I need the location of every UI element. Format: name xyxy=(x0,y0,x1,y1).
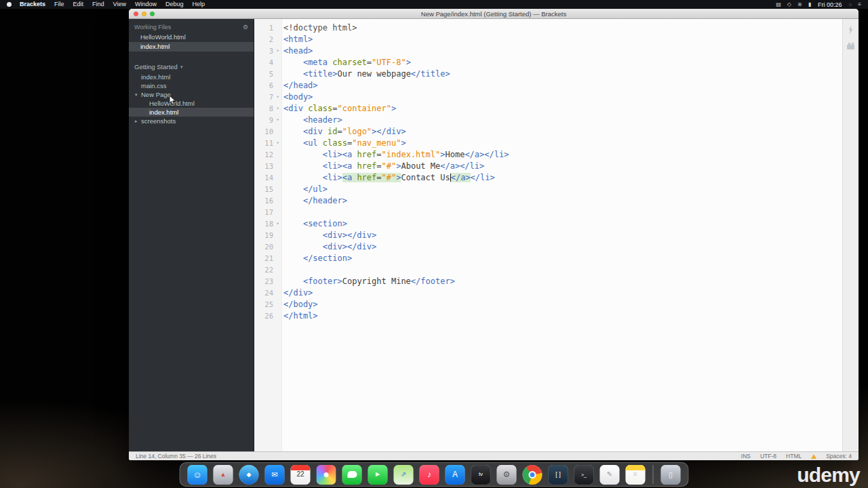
notes-glyph: ≡ xyxy=(633,471,637,478)
fold-arrow-icon[interactable]: ▾ xyxy=(273,45,282,57)
project-name: Getting Started xyxy=(134,63,178,70)
code-line[interactable]: 7▾<body> xyxy=(254,92,842,103)
dock-chrome-icon[interactable] xyxy=(523,465,542,485)
tree-item[interactable]: index.html xyxy=(129,73,254,81)
code-line[interactable]: 3▾<head> xyxy=(254,45,842,57)
code-line[interactable]: 23 <footer>Copyright Mine</footer> xyxy=(254,276,842,287)
code-line[interactable]: 14 <li><a href="#">Contact Us</a></li> xyxy=(254,172,842,184)
code-line[interactable]: 19 <div></div> xyxy=(254,230,842,241)
fold-arrow-icon[interactable]: ▾ xyxy=(273,103,282,115)
status-language[interactable]: HTML xyxy=(786,453,802,460)
line-number: 4 xyxy=(254,57,273,68)
apple-menu-icon[interactable] xyxy=(7,2,12,7)
tree-item[interactable]: ▾New Page xyxy=(129,90,254,99)
status-insert-mode[interactable]: INS xyxy=(741,453,751,460)
code-line[interactable]: 16 </header> xyxy=(254,195,842,207)
code-line[interactable]: 21 </section> xyxy=(254,253,842,264)
wifi-icon[interactable]: ≋ xyxy=(797,0,802,9)
code-line[interactable]: 4 <meta charset="UTF-8"> xyxy=(254,57,842,68)
tree-item[interactable]: index.html xyxy=(129,108,254,117)
spotlight-icon[interactable]: ◌ xyxy=(849,0,852,9)
menu-item-edit[interactable]: Edit xyxy=(73,0,84,9)
cursor-position[interactable]: Line 14, Column 35 — 26 Lines xyxy=(136,453,216,460)
dock-brackets-icon[interactable]: [ ] xyxy=(549,465,568,485)
display-icon[interactable]: ▤ xyxy=(776,0,781,9)
tree-item[interactable]: main.css xyxy=(129,81,254,90)
fold-arrow-icon[interactable]: ▾ xyxy=(273,115,282,126)
dock-launchpad-icon[interactable]: ▲ xyxy=(214,465,233,485)
dock-notes-icon[interactable]: ≡ xyxy=(626,465,646,485)
menu-clock[interactable]: Fri 00:26 xyxy=(818,1,842,8)
tree-item[interactable]: ▸screenshots xyxy=(129,117,254,125)
code-line[interactable]: 24</div> xyxy=(254,287,842,299)
notification-center-icon[interactable]: ≡ xyxy=(858,0,861,9)
live-preview-icon[interactable] xyxy=(848,25,854,35)
menu-item-window[interactable]: Window xyxy=(135,0,157,9)
dock-app-store-icon[interactable]: A xyxy=(446,465,465,485)
code-line[interactable]: 11▾ <ul class="nav_menu"> xyxy=(254,138,842,149)
dock-maps-icon[interactable]: ⇗ xyxy=(394,465,414,485)
menu-item-brackets[interactable]: Brackets xyxy=(20,0,45,9)
dock-system-preferences-icon[interactable]: ⚙ xyxy=(497,465,517,485)
menu-item-find[interactable]: Find xyxy=(92,0,104,9)
fold-arrow-icon[interactable]: ▾ xyxy=(273,92,282,103)
code-line[interactable]: 17 xyxy=(254,207,842,218)
dock-messages-icon[interactable] xyxy=(342,465,362,485)
dock-facetime-icon[interactable]: ▶ xyxy=(368,465,388,485)
menu-item-debug[interactable]: Debug xyxy=(165,0,184,9)
code-line[interactable]: 12 <li><a href="index.html">Home</a></li… xyxy=(254,149,842,161)
bluetooth-icon[interactable]: ◇ xyxy=(787,0,791,9)
menu-item-help[interactable]: Help xyxy=(192,0,205,9)
working-file-item[interactable]: index.html xyxy=(129,42,254,52)
tree-item-label: New Page xyxy=(141,91,171,98)
code-line[interactable]: 15 </ul> xyxy=(254,184,842,195)
fold-gutter xyxy=(273,207,282,218)
working-file-item[interactable]: HelloWorld.html xyxy=(129,33,254,42)
fold-gutter xyxy=(273,276,282,287)
code-line[interactable]: 10 <div id="logo"></div> xyxy=(254,126,842,138)
dock-apple-tv-icon[interactable]: tv xyxy=(471,465,491,485)
editor[interactable]: 1<!doctype html>2<html>3▾<head>4 <meta c… xyxy=(254,19,842,451)
code-line[interactable]: 26</html> xyxy=(254,310,842,322)
line-number: 15 xyxy=(254,184,273,195)
line-number: 9 xyxy=(254,115,273,126)
dock-music-icon[interactable]: ♪ xyxy=(420,465,439,485)
close-button[interactable] xyxy=(134,12,138,16)
menu-item-view[interactable]: View xyxy=(113,0,126,9)
fold-arrow-icon[interactable]: ▾ xyxy=(273,218,282,230)
code-line[interactable]: 5 <title>Our new webpage</title> xyxy=(254,68,842,80)
code-line[interactable]: 6</head> xyxy=(254,80,842,92)
tree-item[interactable]: HelloWorld.html xyxy=(129,99,254,108)
title-bar[interactable]: New Page/index.html (Getting Started) — … xyxy=(129,9,859,19)
battery-icon[interactable]: ▮ xyxy=(808,0,811,9)
dock-safari-icon[interactable]: ◆ xyxy=(239,465,259,485)
dock-textedit-icon[interactable]: ✎ xyxy=(600,465,620,485)
status-indent[interactable]: Spaces: 4 xyxy=(826,453,852,460)
code-line[interactable]: 20 <div></div> xyxy=(254,241,842,253)
code-line[interactable]: 2<html> xyxy=(254,34,842,45)
code-line[interactable]: 18▾ <section> xyxy=(254,218,842,230)
dock-mail-icon[interactable]: ✉ xyxy=(265,465,285,485)
minimize-button[interactable] xyxy=(142,12,146,16)
dock-photos-icon[interactable] xyxy=(317,465,336,485)
menu-item-file[interactable]: File xyxy=(54,0,64,9)
line-number: 21 xyxy=(254,253,273,264)
dock-trash-icon[interactable]: ▯ xyxy=(661,465,681,485)
code-line[interactable]: 25</body> xyxy=(254,299,842,310)
project-switcher[interactable]: Getting Started ▾ xyxy=(129,61,254,73)
zoom-button[interactable] xyxy=(150,12,155,16)
code-line[interactable]: 1<!doctype html> xyxy=(254,22,842,34)
code-line[interactable]: 8▾<div class="container"> xyxy=(254,103,842,115)
gear-icon[interactable]: ⚙ xyxy=(243,24,248,30)
fold-arrow-icon[interactable]: ▾ xyxy=(273,138,282,149)
code-line[interactable]: 9▾ <header> xyxy=(254,115,842,126)
extension-manager-icon[interactable] xyxy=(847,45,854,49)
warning-icon[interactable] xyxy=(811,454,816,459)
status-encoding[interactable]: UTF-8 xyxy=(760,453,776,460)
dock-calendar-icon[interactable]: 22 xyxy=(291,465,311,485)
code-line[interactable]: 13 <li><a href="#">About Me</a></li> xyxy=(254,161,842,172)
line-number: 19 xyxy=(254,230,273,241)
dock-finder-icon[interactable]: ☺ xyxy=(188,465,208,485)
dock-terminal-icon[interactable]: >_ xyxy=(574,465,594,485)
code-line[interactable]: 22 xyxy=(254,264,842,276)
